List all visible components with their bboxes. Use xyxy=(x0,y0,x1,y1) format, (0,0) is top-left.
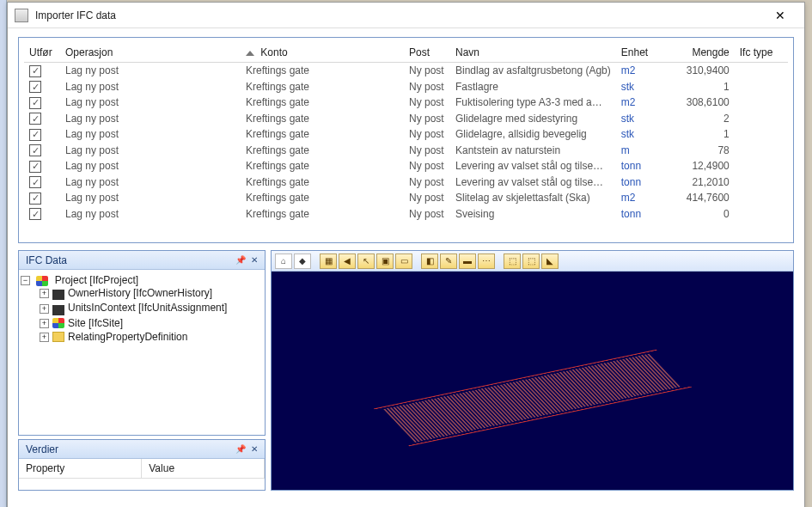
node-icon xyxy=(52,290,64,300)
table-row[interactable]: ✓Lag ny postKreftings gateNy postFastlag… xyxy=(24,79,788,95)
table-row[interactable]: ✓Lag ny postKreftings gateNy postBindlag… xyxy=(24,63,788,79)
cell-op: Lag ny post xyxy=(60,79,241,95)
cell-enhet: stk xyxy=(616,79,664,95)
cell-mengde: 414,7600 xyxy=(664,190,735,206)
cell-op: Lag ny post xyxy=(60,95,241,111)
view3d-icon[interactable]: ◆ xyxy=(294,254,311,269)
col-ifctype[interactable]: Ifc type xyxy=(735,43,788,63)
col-konto[interactable]: Konto xyxy=(241,43,404,63)
tree-node-label: RelatingPropertyDefinition xyxy=(68,331,187,343)
pin-icon[interactable]: 📌 xyxy=(234,443,247,456)
col-utfor[interactable]: Utfør xyxy=(24,43,60,63)
expand-icon[interactable]: + xyxy=(40,289,49,298)
bbox2-icon[interactable]: ⬚ xyxy=(522,254,540,269)
rewind-icon[interactable]: ◀ xyxy=(339,254,356,269)
cell-mengde: 0 xyxy=(664,206,735,223)
cell-ifctype xyxy=(735,143,788,159)
cursor-red-icon[interactable]: ↖ xyxy=(357,254,375,269)
expand-icon[interactable]: + xyxy=(40,304,49,314)
col-value[interactable]: Value xyxy=(142,459,265,479)
cell-navn: Kantstein av naturstein xyxy=(450,143,616,159)
table-row[interactable]: ✓Lag ny postKreftings gateNy postLeverin… xyxy=(24,158,788,174)
cell-navn: Fastlagre xyxy=(450,79,616,95)
col-operasjon[interactable]: Operasjon xyxy=(60,43,241,63)
col-enhet[interactable]: Enhet xyxy=(616,43,664,63)
comment-icon[interactable]: ✎ xyxy=(440,254,457,269)
col-mengde[interactable]: Mengde xyxy=(664,43,735,63)
cell-ifctype xyxy=(735,174,788,191)
table-row[interactable]: ✓Lag ny postKreftings gateNy postGlidela… xyxy=(24,111,788,127)
tree-node[interactable]: +Site [IfcSite] xyxy=(40,316,263,330)
cell-ifctype xyxy=(735,158,788,174)
cell-post: Ny post xyxy=(404,158,450,174)
panel-close-icon[interactable]: ✕ xyxy=(247,443,261,456)
cell-op: Lag ny post xyxy=(60,190,241,206)
cell-konto: Kreftings gate xyxy=(241,206,404,223)
app-icon xyxy=(15,9,28,22)
viewer-3d: ⌂ ◆ ▦ ◀ ↖ ▣ ▭ ◧ ✎ ▬ ⋯ ⬚ ⬚ ◣ xyxy=(271,250,794,491)
cell-konto: Kreftings gate xyxy=(241,111,404,127)
window-icon[interactable]: ▬ xyxy=(459,254,476,269)
checkbox[interactable]: ✓ xyxy=(29,81,41,93)
tree-node-label: Site [IfcSite] xyxy=(68,317,123,329)
cell-post: Ny post xyxy=(404,63,450,79)
cell-konto: Kreftings gate xyxy=(241,174,404,191)
cell-ifctype xyxy=(735,95,788,111)
checkbox[interactable]: ✓ xyxy=(29,176,41,188)
cell-navn: Glidelagre med sidestyring xyxy=(450,111,616,127)
checkbox[interactable]: ✓ xyxy=(29,161,41,173)
rect-icon[interactable]: ▭ xyxy=(395,254,412,269)
tree-node-label: UnitsInContext [IfcUnitAssignment] xyxy=(68,302,227,314)
home-icon[interactable]: ⌂ xyxy=(275,254,292,269)
collapse-icon[interactable]: − xyxy=(21,276,30,285)
cell-mengde: 310,9400 xyxy=(664,63,735,79)
cell-post: Ny post xyxy=(404,143,450,159)
col-post[interactable]: Post xyxy=(404,43,450,63)
table-row[interactable]: ✓Lag ny postKreftings gateNy postSlitela… xyxy=(24,190,788,206)
viewer-canvas[interactable] xyxy=(272,272,793,490)
tree-node[interactable]: +OwnerHistory [IfcOwnerHistory] xyxy=(40,286,263,301)
checkbox[interactable]: ✓ xyxy=(29,97,41,109)
tree-node[interactable]: +RelatingPropertyDefinition xyxy=(40,330,263,344)
expand-icon[interactable]: + xyxy=(40,333,49,342)
cell-op: Lag ny post xyxy=(60,174,241,191)
bbox-icon[interactable]: ⬚ xyxy=(504,254,521,269)
cell-post: Ny post xyxy=(404,95,450,111)
cell-enhet: tonn xyxy=(616,158,664,174)
panel-close-icon[interactable]: ✕ xyxy=(247,254,261,267)
table-row[interactable]: ✓Lag ny postKreftings gateNy postKantste… xyxy=(24,143,788,159)
cell-post: Ny post xyxy=(404,79,450,95)
checkbox[interactable]: ✓ xyxy=(29,129,41,141)
select-icon[interactable]: ▣ xyxy=(376,254,394,269)
film-icon[interactable]: ▦ xyxy=(320,254,337,269)
verdier-panel: Verdier 📌 ✕ Property Value xyxy=(18,439,266,491)
svg-marker-0 xyxy=(246,51,254,56)
cell-post: Ny post xyxy=(404,174,450,191)
cell-navn: Slitelag av skjelettasfalt (Ska) xyxy=(450,190,616,206)
table-row[interactable]: ✓Lag ny postKreftings gateNy postGlidela… xyxy=(24,126,788,143)
pin-icon[interactable]: 📌 xyxy=(234,254,247,267)
span-icon[interactable]: ⋯ xyxy=(478,254,495,269)
checkbox[interactable]: ✓ xyxy=(29,113,41,125)
cell-ifctype xyxy=(735,111,788,127)
tree-root[interactable]: − Project [IfcProject] +OwnerHistory [If… xyxy=(21,273,263,345)
checkbox[interactable]: ✓ xyxy=(29,144,41,156)
col-navn[interactable]: Navn xyxy=(450,43,616,63)
col-property[interactable]: Property xyxy=(19,459,142,479)
checkbox[interactable]: ✓ xyxy=(29,208,41,220)
table-row[interactable]: ✓Lag ny postKreftings gateNy postFuktiso… xyxy=(24,95,788,111)
cell-navn: Levering av valset stål og tilse… xyxy=(450,158,616,174)
cell-mengde: 308,6100 xyxy=(664,95,735,111)
checkbox[interactable]: ✓ xyxy=(29,65,41,77)
checkbox[interactable]: ✓ xyxy=(29,192,41,205)
layout-icon[interactable]: ◧ xyxy=(421,254,438,269)
measure-icon[interactable]: ◣ xyxy=(541,254,559,269)
table-row[interactable]: ✓Lag ny postKreftings gateNy postSveisin… xyxy=(24,206,788,223)
expand-icon[interactable]: + xyxy=(40,319,49,328)
close-button[interactable]: ✕ xyxy=(763,3,797,27)
ifc-tree[interactable]: − Project [IfcProject] +OwnerHistory [If… xyxy=(19,270,265,435)
cell-mengde: 12,4900 xyxy=(664,158,735,174)
tree-node[interactable]: +UnitsInContext [IfcUnitAssignment] xyxy=(40,301,263,315)
project-icon xyxy=(36,276,48,286)
table-row[interactable]: ✓Lag ny postKreftings gateNy postLeverin… xyxy=(24,174,788,191)
